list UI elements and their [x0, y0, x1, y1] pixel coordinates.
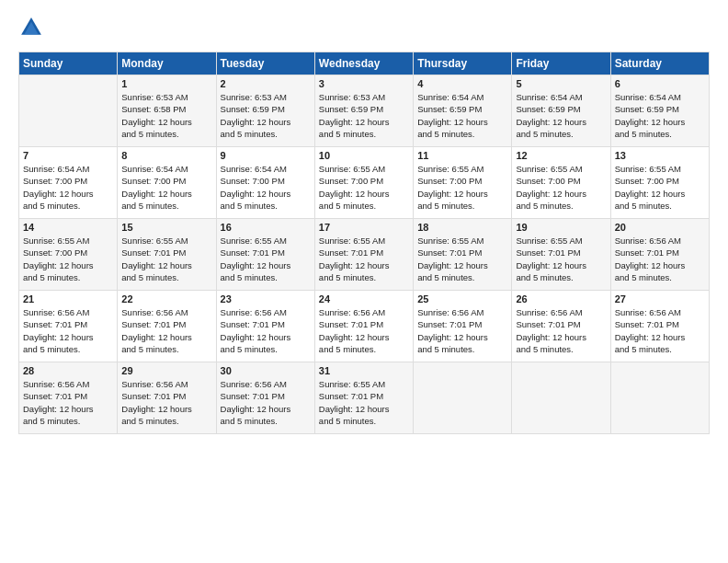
day-number: 21: [23, 293, 113, 304]
calendar-cell: 29Sunrise: 6:56 AM Sunset: 7:01 PM Dayli…: [118, 362, 216, 434]
week-row-4: 21Sunrise: 6:56 AM Sunset: 7:01 PM Dayli…: [19, 291, 710, 362]
day-info: Sunrise: 6:54 AM Sunset: 6:59 PM Dayligh…: [417, 91, 507, 140]
week-row-3: 14Sunrise: 6:55 AM Sunset: 7:00 PM Dayli…: [19, 219, 710, 291]
day-number: 15: [121, 222, 211, 233]
day-info: Sunrise: 6:55 AM Sunset: 7:01 PM Dayligh…: [319, 235, 409, 283]
week-row-2: 7Sunrise: 6:54 AM Sunset: 7:00 PM Daylig…: [19, 147, 710, 219]
day-number: 9: [221, 150, 311, 161]
day-info: Sunrise: 6:55 AM Sunset: 7:01 PM Dayligh…: [516, 235, 606, 283]
day-info: Sunrise: 6:55 AM Sunset: 7:00 PM Dayligh…: [319, 163, 409, 212]
weekday-header-tuesday: Tuesday: [216, 52, 314, 75]
day-info: Sunrise: 6:55 AM Sunset: 7:01 PM Dayligh…: [319, 378, 409, 427]
calendar-cell: 30Sunrise: 6:56 AM Sunset: 7:01 PM Dayli…: [216, 362, 314, 434]
day-number: 7: [23, 150, 113, 161]
day-info: Sunrise: 6:56 AM Sunset: 7:01 PM Dayligh…: [417, 306, 507, 355]
calendar-cell: 9Sunrise: 6:54 AM Sunset: 7:00 PM Daylig…: [216, 147, 314, 219]
day-number: 17: [319, 222, 409, 233]
day-info: Sunrise: 6:56 AM Sunset: 7:01 PM Dayligh…: [319, 306, 409, 355]
calendar-cell: [19, 75, 118, 147]
day-number: 26: [516, 293, 606, 304]
day-number: 16: [221, 222, 311, 233]
day-number: 4: [417, 78, 507, 89]
day-info: Sunrise: 6:54 AM Sunset: 6:59 PM Dayligh…: [516, 91, 606, 140]
day-info: Sunrise: 6:54 AM Sunset: 6:59 PM Dayligh…: [615, 91, 705, 140]
calendar-cell: 7Sunrise: 6:54 AM Sunset: 7:00 PM Daylig…: [19, 147, 118, 219]
calendar-cell: 21Sunrise: 6:56 AM Sunset: 7:01 PM Dayli…: [19, 291, 118, 362]
day-number: 19: [516, 222, 606, 233]
calendar-cell: 27Sunrise: 6:56 AM Sunset: 7:01 PM Dayli…: [610, 291, 709, 362]
calendar-cell: [610, 362, 709, 434]
day-number: 11: [417, 150, 507, 161]
day-info: Sunrise: 6:56 AM Sunset: 7:01 PM Dayligh…: [516, 306, 606, 355]
calendar-cell: [414, 362, 512, 434]
day-number: 23: [221, 293, 311, 304]
calendar-cell: 6Sunrise: 6:54 AM Sunset: 6:59 PM Daylig…: [610, 75, 709, 147]
day-info: Sunrise: 6:56 AM Sunset: 7:01 PM Dayligh…: [121, 306, 211, 355]
day-info: Sunrise: 6:53 AM Sunset: 6:59 PM Dayligh…: [319, 91, 409, 140]
day-info: Sunrise: 6:53 AM Sunset: 6:59 PM Dayligh…: [221, 91, 311, 140]
calendar-cell: 1Sunrise: 6:53 AM Sunset: 6:58 PM Daylig…: [118, 75, 216, 147]
day-info: Sunrise: 6:56 AM Sunset: 7:01 PM Dayligh…: [23, 378, 113, 427]
calendar-cell: 25Sunrise: 6:56 AM Sunset: 7:01 PM Dayli…: [414, 291, 512, 362]
calendar-cell: 11Sunrise: 6:55 AM Sunset: 7:00 PM Dayli…: [414, 147, 512, 219]
day-number: 20: [615, 222, 705, 233]
day-number: 30: [221, 365, 311, 376]
week-row-1: 1Sunrise: 6:53 AM Sunset: 6:58 PM Daylig…: [19, 75, 710, 147]
day-number: 28: [23, 365, 113, 376]
day-number: 25: [417, 293, 507, 304]
day-number: 29: [121, 365, 211, 376]
calendar-cell: 20Sunrise: 6:56 AM Sunset: 7:01 PM Dayli…: [610, 219, 709, 291]
day-info: Sunrise: 6:53 AM Sunset: 6:58 PM Dayligh…: [121, 91, 211, 140]
calendar-cell: 18Sunrise: 6:55 AM Sunset: 7:01 PM Dayli…: [414, 219, 512, 291]
day-number: 18: [417, 222, 507, 233]
calendar-cell: 16Sunrise: 6:55 AM Sunset: 7:01 PM Dayli…: [216, 219, 314, 291]
calendar-cell: 24Sunrise: 6:56 AM Sunset: 7:01 PM Dayli…: [314, 291, 413, 362]
day-number: 8: [121, 150, 211, 161]
week-row-5: 28Sunrise: 6:56 AM Sunset: 7:01 PM Dayli…: [19, 362, 710, 434]
calendar-cell: 26Sunrise: 6:56 AM Sunset: 7:01 PM Dayli…: [512, 291, 610, 362]
calendar-cell: 2Sunrise: 6:53 AM Sunset: 6:59 PM Daylig…: [216, 75, 314, 147]
page-container: SundayMondayTuesdayWednesdayThursdayFrid…: [0, 0, 728, 445]
calendar-cell: 13Sunrise: 6:55 AM Sunset: 7:00 PM Dayli…: [610, 147, 709, 219]
day-info: Sunrise: 6:55 AM Sunset: 7:01 PM Dayligh…: [221, 235, 311, 283]
day-info: Sunrise: 6:54 AM Sunset: 7:00 PM Dayligh…: [121, 163, 211, 212]
day-number: 10: [319, 150, 409, 161]
calendar-cell: 22Sunrise: 6:56 AM Sunset: 7:01 PM Dayli…: [118, 291, 216, 362]
day-info: Sunrise: 6:56 AM Sunset: 7:01 PM Dayligh…: [221, 378, 311, 427]
calendar-cell: 14Sunrise: 6:55 AM Sunset: 7:00 PM Dayli…: [19, 219, 118, 291]
day-info: Sunrise: 6:55 AM Sunset: 7:00 PM Dayligh…: [615, 163, 705, 212]
calendar-cell: 8Sunrise: 6:54 AM Sunset: 7:00 PM Daylig…: [118, 147, 216, 219]
day-info: Sunrise: 6:54 AM Sunset: 7:00 PM Dayligh…: [23, 163, 113, 212]
weekday-header-wednesday: Wednesday: [314, 52, 413, 75]
day-info: Sunrise: 6:55 AM Sunset: 7:00 PM Dayligh…: [516, 163, 606, 212]
day-number: 2: [221, 78, 311, 89]
day-info: Sunrise: 6:56 AM Sunset: 7:01 PM Dayligh…: [615, 306, 705, 355]
logo: [18, 15, 48, 40]
calendar-cell: 3Sunrise: 6:53 AM Sunset: 6:59 PM Daylig…: [314, 75, 413, 147]
day-info: Sunrise: 6:55 AM Sunset: 7:01 PM Dayligh…: [417, 235, 507, 283]
calendar-cell: 4Sunrise: 6:54 AM Sunset: 6:59 PM Daylig…: [414, 75, 512, 147]
calendar-cell: 5Sunrise: 6:54 AM Sunset: 6:59 PM Daylig…: [512, 75, 610, 147]
day-info: Sunrise: 6:54 AM Sunset: 7:00 PM Dayligh…: [221, 163, 311, 212]
weekday-header-row: SundayMondayTuesdayWednesdayThursdayFrid…: [19, 52, 710, 75]
day-info: Sunrise: 6:56 AM Sunset: 7:01 PM Dayligh…: [121, 378, 211, 427]
day-number: 27: [615, 293, 705, 304]
day-number: 1: [121, 78, 211, 89]
day-number: 12: [516, 150, 606, 161]
weekday-header-friday: Friday: [512, 52, 610, 75]
calendar-cell: [512, 362, 610, 434]
calendar-cell: 23Sunrise: 6:56 AM Sunset: 7:01 PM Dayli…: [216, 291, 314, 362]
calendar-cell: 10Sunrise: 6:55 AM Sunset: 7:00 PM Dayli…: [314, 147, 413, 219]
weekday-header-monday: Monday: [118, 52, 216, 75]
day-info: Sunrise: 6:55 AM Sunset: 7:00 PM Dayligh…: [23, 235, 113, 283]
calendar-cell: 12Sunrise: 6:55 AM Sunset: 7:00 PM Dayli…: [512, 147, 610, 219]
calendar-table: SundayMondayTuesdayWednesdayThursdayFrid…: [18, 52, 710, 434]
calendar-cell: 19Sunrise: 6:55 AM Sunset: 7:01 PM Dayli…: [512, 219, 610, 291]
weekday-header-sunday: Sunday: [19, 52, 118, 75]
day-number: 31: [319, 365, 409, 376]
day-info: Sunrise: 6:56 AM Sunset: 7:01 PM Dayligh…: [221, 306, 311, 355]
day-number: 5: [516, 78, 606, 89]
weekday-header-thursday: Thursday: [414, 52, 512, 75]
calendar-cell: 17Sunrise: 6:55 AM Sunset: 7:01 PM Dayli…: [314, 219, 413, 291]
day-number: 13: [615, 150, 705, 161]
